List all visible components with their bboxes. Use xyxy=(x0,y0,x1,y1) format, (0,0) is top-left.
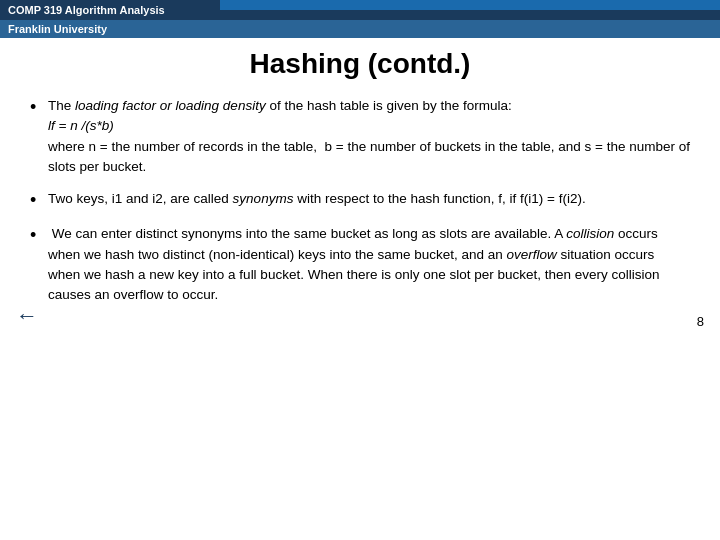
list-item: • We can enter distinct synonyms into th… xyxy=(30,224,690,305)
italic-text: synonyms xyxy=(233,191,294,206)
italic-text: collision xyxy=(566,226,614,241)
bullet-list: • The loading factor or loading density … xyxy=(30,96,690,305)
page-number: 8 xyxy=(697,314,704,329)
list-item: • The loading factor or loading density … xyxy=(30,96,690,177)
slide-content: Hashing (contd.) • The loading factor or… xyxy=(0,38,720,337)
bullet-text-1: The loading factor or loading density of… xyxy=(48,96,690,177)
bullet-dot: • xyxy=(30,189,48,212)
bullet-dot: • xyxy=(30,224,48,247)
italic-text: loading factor or loading density xyxy=(75,98,266,113)
italic-text: overflow xyxy=(507,247,557,262)
left-arrow-icon[interactable]: ← xyxy=(16,303,38,329)
university-name: Franklin University xyxy=(8,23,107,35)
university-header: Franklin University xyxy=(0,20,720,38)
bullet-text-2: Two keys, i1 and i2, are called synonyms… xyxy=(48,189,690,209)
list-item: • Two keys, i1 and i2, are called synony… xyxy=(30,189,690,212)
formula-text: lf = n /(s*b) xyxy=(48,118,114,133)
slide-title: Hashing (contd.) xyxy=(30,48,690,80)
bullet-dot: • xyxy=(30,96,48,119)
course-title: COMP 319 Algorithm Analysis xyxy=(8,4,165,16)
bullet-text-3: We can enter distinct synonyms into the … xyxy=(48,224,690,305)
decorative-bar xyxy=(220,0,720,10)
